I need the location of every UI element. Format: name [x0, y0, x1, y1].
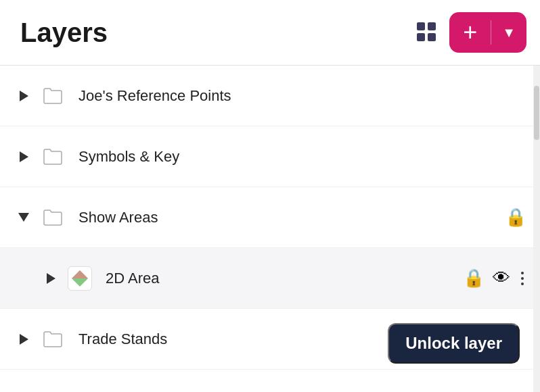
scrollbar-thumb[interactable] [534, 86, 539, 140]
folder-icon [41, 327, 65, 351]
more-dot [521, 283, 524, 285]
expand-button[interactable] [41, 268, 61, 289]
folder-icon [41, 84, 65, 108]
expand-right-icon [20, 334, 28, 345]
unlock-layer-button[interactable]: Unlock layer [388, 323, 520, 364]
svg-marker-5 [72, 270, 88, 278]
add-layer-button[interactable]: + ▼ [449, 12, 526, 53]
svg-rect-1 [428, 22, 436, 30]
scrollbar[interactable] [533, 66, 540, 392]
expand-button[interactable] [14, 207, 34, 228]
panel-header: Layers + ▼ [0, 0, 540, 66]
layer-actions: 🔒 [505, 207, 526, 228]
layer-name: Show Areas [78, 209, 498, 226]
expand-right-icon [20, 91, 28, 101]
layer-row: 2D Area 🔒 👁 [0, 248, 540, 309]
expand-button[interactable] [14, 86, 34, 106]
layer-row: Trade Stands Unlock layer [0, 309, 540, 370]
diamond-layer-icon [68, 266, 92, 291]
plus-icon: + [449, 12, 491, 53]
chevron-down-icon: ▼ [491, 12, 526, 53]
folder-icon [41, 205, 65, 230]
grid-icon [415, 21, 437, 43]
layers-panel: Layers + ▼ [0, 0, 540, 392]
svg-rect-0 [417, 22, 425, 30]
svg-rect-2 [417, 33, 425, 41]
more-dot [521, 272, 524, 274]
panel-title: Layers [20, 18, 108, 48]
expand-button[interactable] [14, 147, 34, 167]
lock-icon-pink[interactable]: 🔒 [463, 268, 485, 289]
layer-row: Joe's Reference Points [0, 66, 540, 126]
expand-down-icon [18, 213, 29, 222]
more-dot [521, 277, 524, 280]
layer-name: 2D Area [106, 270, 456, 287]
lock-icon: 🔒 [505, 207, 526, 228]
layers-list: Joe's Reference Points Symbols & Key [0, 66, 540, 392]
grid-view-button[interactable] [411, 17, 441, 49]
layer-row: Symbols & Key [0, 126, 540, 187]
expand-right-icon [47, 273, 55, 284]
layer-row: Show Areas 🔒 [0, 187, 540, 248]
header-actions: + ▼ [411, 12, 526, 53]
folder-icon [41, 145, 65, 169]
layer-actions: 🔒 👁 [463, 268, 526, 289]
layer-name: Joe's Reference Points [78, 87, 526, 105]
more-options-button[interactable] [518, 268, 526, 289]
layer-name: Symbols & Key [78, 148, 526, 166]
eye-icon[interactable]: 👁 [493, 268, 510, 289]
diamond-svg [70, 269, 89, 288]
expand-button[interactable] [14, 329, 34, 349]
svg-rect-3 [428, 33, 436, 41]
expand-right-icon [20, 151, 28, 162]
